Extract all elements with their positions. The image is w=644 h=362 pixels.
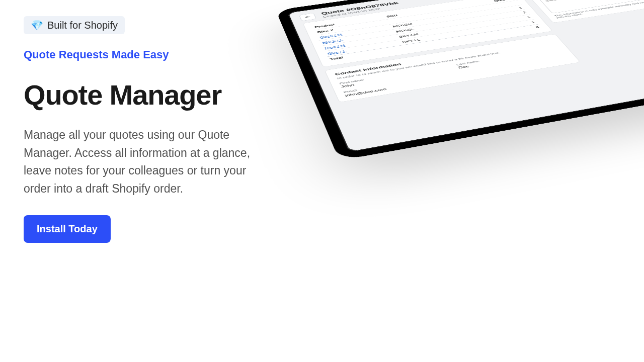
page-title: Quote Manager bbox=[24, 78, 255, 111]
description: Manage all your quotes using our Quote M… bbox=[24, 126, 255, 198]
diamond-icon: 💎 bbox=[31, 19, 43, 31]
tagline: Quote Requests Made Easy bbox=[24, 48, 255, 61]
install-today-button[interactable]: Install Today bbox=[24, 215, 111, 243]
back-button[interactable] bbox=[299, 13, 316, 21]
badge-label: Built for Shopify bbox=[47, 20, 118, 31]
device-mockup: Quote #O8nO878Vbk Created at 16-01-23 16… bbox=[276, 0, 644, 160]
arrow-left-icon bbox=[303, 15, 311, 19]
built-for-shopify-badge: 💎 Built for Shopify bbox=[24, 16, 125, 34]
